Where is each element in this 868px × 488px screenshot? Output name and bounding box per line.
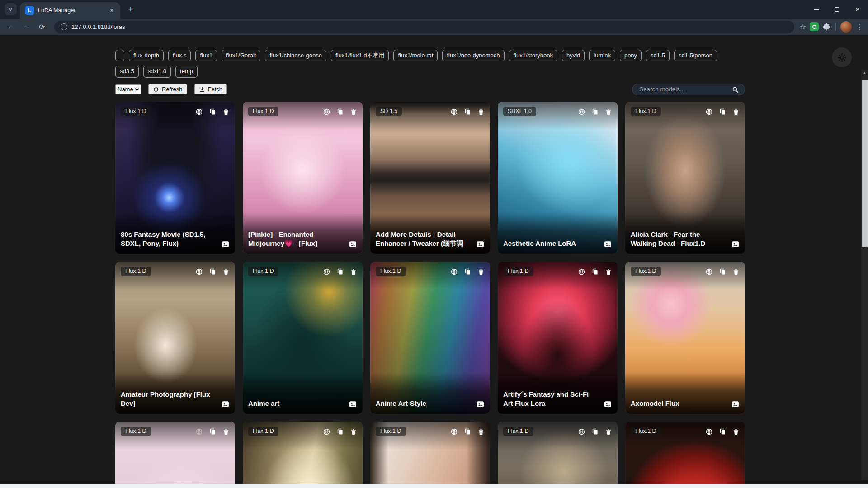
- url-text[interactable]: 127.0.0.1:8188/loras: [71, 23, 125, 30]
- profile-avatar[interactable]: [840, 21, 852, 33]
- globe-icon[interactable]: [578, 268, 585, 276]
- filter-tag[interactable]: flux1/mole rat: [393, 50, 438, 61]
- copy-icon[interactable]: [336, 108, 344, 116]
- sort-select[interactable]: Name: [115, 84, 141, 94]
- filter-tag[interactable]: flux1/Geralt: [222, 50, 260, 61]
- theme-toggle-button[interactable]: [832, 47, 852, 67]
- extensions-puzzle-icon[interactable]: [822, 23, 831, 31]
- copy-icon[interactable]: [591, 268, 599, 276]
- filter-tag-empty[interactable]: [115, 50, 124, 61]
- copy-icon[interactable]: [464, 268, 472, 276]
- copy-icon[interactable]: [209, 428, 217, 436]
- globe-icon[interactable]: [195, 428, 203, 436]
- globe-icon[interactable]: [450, 428, 458, 436]
- lora-card[interactable]: Flux.1 D Alicia Clark - Fear the Walking…: [625, 102, 745, 254]
- search-icon[interactable]: [731, 86, 739, 94]
- image-icon[interactable]: [221, 400, 230, 408]
- copy-icon[interactable]: [209, 108, 217, 116]
- trash-icon[interactable]: [222, 268, 230, 276]
- globe-icon[interactable]: [705, 428, 713, 436]
- copy-icon[interactable]: [591, 428, 599, 436]
- lora-card[interactable]: Flux.1 D Axomodel Flux: [625, 262, 745, 414]
- bookmark-star-icon[interactable]: ☆: [800, 23, 806, 31]
- lora-card[interactable]: Flux.1 D 80s Fantasy Movie (SD1.5, SDXL,…: [115, 102, 235, 254]
- globe-icon[interactable]: [578, 108, 585, 116]
- lora-card[interactable]: SD 1.5 Add More Details - Detail Enhance…: [370, 102, 490, 254]
- filter-tag[interactable]: flux.s: [168, 50, 191, 61]
- filter-tag[interactable]: hyvid: [562, 50, 585, 61]
- trash-icon[interactable]: [350, 428, 357, 436]
- scrollbar-thumb[interactable]: [862, 80, 868, 247]
- browser-tab[interactable]: L LoRA Manager ×: [20, 2, 120, 19]
- image-icon[interactable]: [731, 240, 740, 249]
- globe-icon[interactable]: [323, 428, 330, 436]
- scroll-up-icon[interactable]: ▲: [861, 71, 868, 75]
- image-icon[interactable]: [221, 240, 230, 249]
- filter-tag[interactable]: sdxl1.0: [143, 66, 171, 77]
- trash-icon[interactable]: [350, 108, 357, 116]
- globe-icon[interactable]: [323, 108, 330, 116]
- globe-icon[interactable]: [705, 268, 713, 276]
- copy-icon[interactable]: [591, 108, 599, 116]
- trash-icon[interactable]: [605, 108, 612, 116]
- maximize-button[interactable]: [826, 0, 847, 19]
- filter-tag[interactable]: flux1/storybook: [509, 50, 557, 61]
- globe-icon[interactable]: [578, 428, 585, 436]
- page-scrollbar[interactable]: ▲: [861, 70, 868, 480]
- lora-card[interactable]: Flux.1 D: [370, 422, 490, 488]
- refresh-button[interactable]: Refresh: [148, 84, 187, 94]
- minimize-button[interactable]: [806, 0, 826, 19]
- filter-tag[interactable]: sd3.5: [115, 66, 139, 77]
- lora-card[interactable]: SDXL 1.0 Aesthetic Anime LoRA: [498, 102, 618, 254]
- filter-tag[interactable]: flux1: [195, 50, 217, 61]
- search-input[interactable]: [632, 84, 745, 95]
- filter-tag[interactable]: temp: [175, 66, 198, 77]
- back-button[interactable]: ←: [5, 20, 18, 33]
- trash-icon[interactable]: [350, 268, 357, 276]
- copy-icon[interactable]: [719, 428, 726, 436]
- image-icon[interactable]: [349, 240, 357, 249]
- lora-card[interactable]: Flux.1 D Anime art: [243, 262, 363, 414]
- copy-icon[interactable]: [336, 268, 344, 276]
- image-icon[interactable]: [604, 240, 612, 249]
- copy-icon[interactable]: [336, 428, 344, 436]
- copy-icon[interactable]: [719, 108, 726, 116]
- globe-icon[interactable]: [450, 268, 458, 276]
- tab-close-icon[interactable]: ×: [108, 6, 116, 14]
- filter-tag[interactable]: pony: [620, 50, 642, 61]
- image-icon[interactable]: [476, 240, 485, 249]
- reload-button[interactable]: ⟳: [35, 20, 49, 33]
- lora-card[interactable]: Flux.1 D: [625, 422, 745, 488]
- trash-icon[interactable]: [222, 108, 230, 116]
- globe-icon[interactable]: [195, 268, 203, 276]
- filter-tag[interactable]: flux1/flux1.d不常用: [331, 50, 389, 61]
- filter-tag[interactable]: sd1.5: [646, 50, 670, 61]
- filter-tag[interactable]: sd1.5/person: [674, 50, 717, 61]
- image-icon[interactable]: [349, 400, 357, 408]
- image-icon[interactable]: [476, 400, 485, 408]
- address-bar[interactable]: i 127.0.0.1:8188/loras: [54, 21, 794, 33]
- image-icon[interactable]: [731, 400, 740, 408]
- trash-icon[interactable]: [222, 428, 230, 436]
- globe-icon[interactable]: [450, 108, 458, 116]
- trash-icon[interactable]: [477, 428, 485, 436]
- tab-search-button[interactable]: ∨: [5, 3, 17, 15]
- filter-tag[interactable]: flux1/chinese-goose: [265, 50, 326, 61]
- globe-icon[interactable]: [705, 108, 713, 116]
- lora-card[interactable]: Flux.1 D: [115, 422, 235, 488]
- menu-dots-icon[interactable]: ⋮: [855, 23, 863, 31]
- lora-card[interactable]: Flux.1 D: [498, 422, 618, 488]
- site-info-icon[interactable]: i: [61, 23, 67, 30]
- trash-icon[interactable]: [605, 428, 612, 436]
- lora-card[interactable]: Flux.1 D [Pinkie] - Enchanted Midjourney…: [243, 102, 363, 254]
- filter-tag[interactable]: lumink: [589, 50, 615, 61]
- copy-icon[interactable]: [464, 108, 472, 116]
- lora-card[interactable]: Flux.1 D Artify´s Fantasy and Sci-Fi Art…: [498, 262, 618, 414]
- new-tab-button[interactable]: +: [125, 4, 137, 15]
- fetch-button[interactable]: Fetch: [194, 84, 227, 94]
- trash-icon[interactable]: [477, 268, 485, 276]
- trash-icon[interactable]: [732, 268, 740, 276]
- trash-icon[interactable]: [477, 108, 485, 116]
- lora-card[interactable]: Flux.1 D Anime Art-Style: [370, 262, 490, 414]
- globe-icon[interactable]: [195, 108, 203, 116]
